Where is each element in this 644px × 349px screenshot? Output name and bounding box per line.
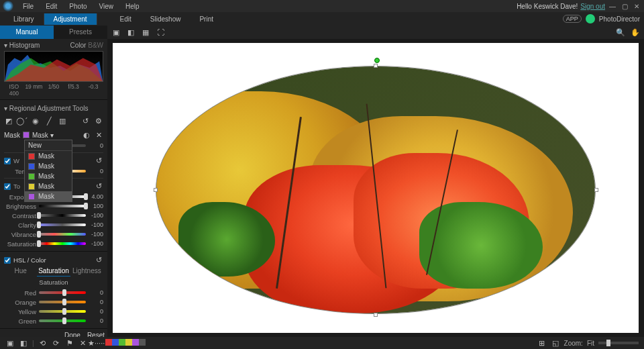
- hsl-slider-yellow[interactable]: [39, 310, 86, 313]
- hsl-slider-green[interactable]: [39, 319, 86, 322]
- menu-view[interactable]: View: [94, 1, 119, 11]
- hsl-reset-icon[interactable]: ↺: [94, 256, 103, 265]
- histogram-mode[interactable]: Color B&W: [70, 42, 103, 49]
- hsl-checkbox[interactable]: [4, 257, 11, 264]
- tab-adjustment[interactable]: Adjustment: [44, 13, 97, 25]
- mask-dd-new[interactable]: New: [25, 140, 72, 150]
- crop-icon[interactable]: ◩: [4, 116, 13, 126]
- rotate-left-icon[interactable]: ⟲: [38, 338, 48, 348]
- side-tab-manual[interactable]: Manual: [0, 26, 54, 39]
- color-label-swatch[interactable]: [132, 339, 139, 346]
- menu-photo[interactable]: Photo: [64, 1, 92, 11]
- slider-label: Clarity: [4, 221, 36, 229]
- hsl-slider-value: 0: [89, 289, 103, 296]
- color-label-swatch[interactable]: [112, 339, 119, 346]
- zoom-slider[interactable]: [598, 342, 639, 344]
- view-grid-icon[interactable]: ▦: [141, 28, 150, 37]
- slider-value: -100: [89, 221, 103, 228]
- resize-handle-e[interactable]: [594, 188, 598, 192]
- mask-label: Mask: [4, 132, 20, 139]
- mask-dropdown-button[interactable]: Mask ▾: [32, 132, 54, 139]
- hsl-tab-hue[interactable]: Hue: [4, 266, 37, 277]
- resize-handle-n[interactable]: [374, 64, 378, 68]
- side-tab-presets[interactable]: Presets: [54, 26, 107, 39]
- zoom-value[interactable]: Fit: [587, 340, 594, 347]
- resize-handle-w[interactable]: [154, 188, 158, 192]
- settings-icon[interactable]: ⚙: [94, 116, 103, 126]
- slider-value: -100: [89, 231, 103, 238]
- color-label-swatch[interactable]: [125, 339, 132, 346]
- hsl-slider-value: 0: [89, 308, 103, 315]
- color-label-swatch[interactable]: [105, 339, 112, 346]
- histogram-title: ▾ Histogram: [4, 42, 40, 49]
- resize-handle-s[interactable]: [374, 313, 378, 317]
- rotate-right-icon[interactable]: ⟳: [52, 338, 61, 348]
- done-button[interactable]: Done: [64, 332, 80, 337]
- mask-dd-item[interactable]: Mask: [25, 151, 72, 161]
- color-label-swatch[interactable]: [139, 339, 146, 346]
- histogram-graph: [4, 51, 103, 82]
- mask-dd-item[interactable]: Mask: [25, 171, 72, 181]
- menu-help[interactable]: Help: [120, 1, 145, 11]
- brand-name: PhotoDirector: [599, 15, 640, 23]
- tab-print[interactable]: Print: [190, 13, 223, 25]
- sign-out-link[interactable]: Sign out: [580, 3, 605, 10]
- slider-vibrance[interactable]: [39, 233, 86, 236]
- search-icon[interactable]: 🔍: [616, 28, 625, 37]
- view-single-icon[interactable]: ▣: [111, 28, 121, 37]
- reset-button[interactable]: Reset: [87, 332, 105, 337]
- hsl-slider-label: Orange: [4, 299, 36, 306]
- reset-tool-icon[interactable]: ↺: [80, 116, 90, 126]
- view-fullscreen-icon[interactable]: ⛶: [156, 28, 165, 37]
- status-view2-icon[interactable]: ◧: [19, 338, 28, 348]
- hsl-title: HSL / Color: [13, 256, 46, 264]
- fit-icon[interactable]: ⊞: [537, 338, 547, 348]
- eye-icon[interactable]: ◉: [31, 116, 40, 126]
- brand-icon: [586, 14, 595, 23]
- tab-slideshow[interactable]: Slideshow: [141, 13, 191, 25]
- wb-checkbox[interactable]: [4, 158, 11, 164]
- brush-icon[interactable]: ╱: [44, 116, 54, 126]
- menu-file[interactable]: File: [17, 1, 39, 11]
- mask-dd-item[interactable]: Mask: [25, 161, 72, 171]
- hsl-slider-red[interactable]: [39, 291, 86, 294]
- reject-icon[interactable]: ✕: [78, 338, 88, 348]
- slider-contrast[interactable]: [39, 214, 86, 217]
- user-greeting: Hello Keswick Dave!: [517, 3, 578, 10]
- hsl-tab-lightness[interactable]: Lightness: [70, 266, 103, 277]
- invert-icon[interactable]: ◐: [82, 130, 91, 140]
- mask-dd-item[interactable]: Mask: [25, 191, 72, 201]
- slider-value: 4.00: [89, 193, 103, 200]
- close-icon[interactable]: ✕: [632, 1, 641, 11]
- tone-checkbox[interactable]: [4, 183, 11, 190]
- view-compare-icon[interactable]: ◧: [126, 28, 136, 37]
- maximize-icon[interactable]: ▢: [620, 1, 629, 11]
- delete-mask-icon[interactable]: ✕: [94, 130, 103, 140]
- menu-edit[interactable]: Edit: [40, 1, 62, 11]
- hsl-slider-orange[interactable]: [39, 301, 86, 303]
- slider-saturation[interactable]: [39, 242, 86, 245]
- radial-icon[interactable]: ◯ˊ: [17, 116, 27, 126]
- color-label-swatch[interactable]: [119, 339, 125, 346]
- mask-dd-item[interactable]: Mask: [25, 181, 72, 191]
- status-view1-icon[interactable]: ▣: [5, 338, 15, 348]
- wb-reset-icon[interactable]: ↺: [94, 156, 103, 166]
- slider-label: Saturation: [4, 240, 36, 248]
- minimize-icon[interactable]: —: [608, 1, 617, 11]
- hsl-slider-label: Yellow: [4, 308, 36, 315]
- rotate-handle[interactable]: [374, 58, 380, 63]
- tab-library[interactable]: Library: [4, 13, 44, 25]
- tone-reset-icon[interactable]: ↺: [94, 182, 103, 191]
- hand-icon[interactable]: ✋: [631, 28, 640, 37]
- hsl-tab-saturation[interactable]: Saturation: [37, 266, 70, 277]
- slider-brightness[interactable]: [39, 205, 86, 207]
- slider-clarity[interactable]: [39, 223, 86, 226]
- tag-icon[interactable]: ⚑: [65, 338, 74, 348]
- gradient-icon[interactable]: ▥: [58, 116, 67, 126]
- rating-icon[interactable]: ★·····: [92, 338, 101, 348]
- onetoone-icon[interactable]: ◱: [551, 338, 560, 348]
- canvas[interactable]: [113, 43, 639, 333]
- image-ellipse-mask[interactable]: [156, 66, 596, 314]
- slider-label: Vibrance: [4, 231, 36, 238]
- tab-edit[interactable]: Edit: [111, 13, 141, 25]
